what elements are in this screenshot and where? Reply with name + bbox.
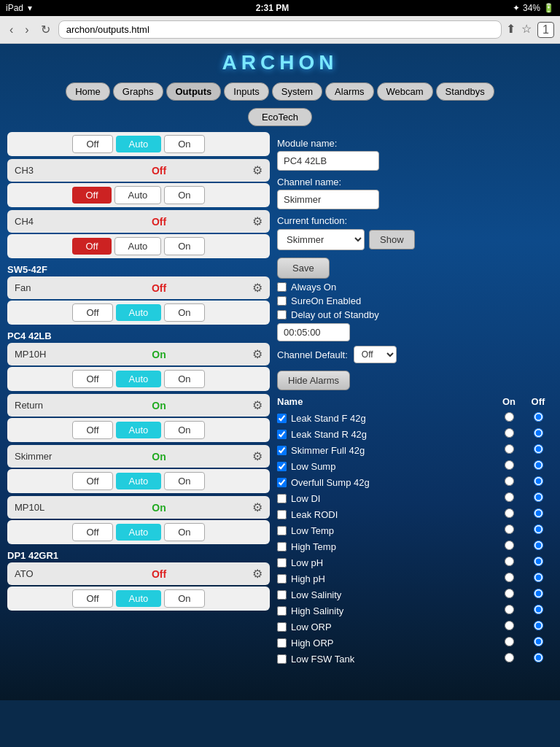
alarm-checkbox-0[interactable] xyxy=(277,414,287,423)
delay-standby-checkbox[interactable] xyxy=(277,310,287,320)
alarm-radio-off-12[interactable] xyxy=(534,605,543,614)
module-name-input[interactable] xyxy=(277,151,379,171)
auto-btn-skimmer[interactable]: Auto xyxy=(116,473,162,489)
alarm-checkbox-13[interactable] xyxy=(277,622,287,632)
alarm-radio-off-1[interactable] xyxy=(534,428,543,438)
auto-btn-return[interactable]: Auto xyxy=(116,422,162,438)
function-select[interactable]: Skimmer Return Fan Light Other xyxy=(277,229,365,250)
save-button[interactable]: Save xyxy=(277,258,330,279)
alarm-radio-on-0[interactable] xyxy=(505,412,514,422)
delay-time-input[interactable] xyxy=(277,323,350,341)
ch4-gear-icon[interactable]: ⚙ xyxy=(252,214,262,228)
nav-system[interactable]: System xyxy=(272,82,322,101)
mp10h-gear-icon[interactable]: ⚙ xyxy=(252,347,262,361)
alarm-radio-off-10[interactable] xyxy=(534,573,543,582)
show-button[interactable]: Show xyxy=(369,230,415,249)
nav-home[interactable]: Home xyxy=(66,82,110,101)
alarm-checkbox-1[interactable] xyxy=(277,430,287,439)
return-gear-icon[interactable]: ⚙ xyxy=(252,398,262,412)
off-btn-ch1[interactable]: Off xyxy=(72,135,112,153)
alarm-checkbox-8[interactable] xyxy=(277,542,287,551)
alarm-checkbox-15[interactable] xyxy=(277,654,287,664)
alarm-radio-on-14[interactable] xyxy=(505,637,514,646)
auto-btn-ch1[interactable]: Auto xyxy=(116,136,162,152)
ch3-gear-icon[interactable]: ⚙ xyxy=(252,163,262,177)
auto-btn-fan[interactable]: Auto xyxy=(116,304,162,321)
off-btn-skimmer[interactable]: Off xyxy=(72,472,112,490)
share-icon[interactable]: ⬆ xyxy=(506,22,516,38)
auto-btn-ch3[interactable]: Auto xyxy=(114,186,162,204)
alarm-radio-off-6[interactable] xyxy=(534,508,543,518)
alarm-radio-on-1[interactable] xyxy=(505,428,514,438)
mp10l-gear-icon[interactable]: ⚙ xyxy=(252,500,262,514)
on-btn-ch3[interactable]: On xyxy=(164,186,204,204)
bookmark-icon[interactable]: ☆ xyxy=(521,22,532,38)
off-btn-ato[interactable]: Off xyxy=(72,589,112,608)
off-btn-ch4[interactable]: Off xyxy=(72,238,111,255)
on-btn-fan[interactable]: On xyxy=(164,303,204,322)
alarm-radio-off-11[interactable] xyxy=(534,589,543,598)
alarm-radio-off-5[interactable] xyxy=(534,492,543,502)
off-btn-mp10l[interactable]: Off xyxy=(72,523,112,541)
nav-outputs[interactable]: Outputs xyxy=(166,82,222,101)
alarm-radio-on-10[interactable] xyxy=(505,573,514,582)
alarm-radio-off-2[interactable] xyxy=(534,444,543,454)
alarm-radio-on-7[interactable] xyxy=(505,525,514,534)
alarm-checkbox-14[interactable] xyxy=(277,638,287,648)
alarm-radio-off-4[interactable] xyxy=(534,476,543,486)
alarm-checkbox-10[interactable] xyxy=(277,574,287,584)
auto-btn-mp10l[interactable]: Auto xyxy=(116,524,162,541)
always-on-checkbox[interactable] xyxy=(277,282,287,292)
on-btn-return[interactable]: On xyxy=(164,421,204,439)
tab-count[interactable]: 1 xyxy=(537,22,554,38)
alarm-checkbox-2[interactable] xyxy=(277,446,287,455)
alarm-radio-on-5[interactable] xyxy=(505,492,514,502)
channel-name-input[interactable] xyxy=(277,190,379,209)
forward-button[interactable]: › xyxy=(21,22,32,38)
off-btn-return[interactable]: Off xyxy=(72,421,112,439)
off-btn-ch3[interactable]: Off xyxy=(72,187,111,204)
channel-default-select[interactable]: Off On Auto xyxy=(354,346,397,363)
alarm-radio-off-7[interactable] xyxy=(534,525,543,534)
off-btn-mp10h[interactable]: Off xyxy=(72,370,112,388)
alarm-checkbox-6[interactable] xyxy=(277,510,287,519)
on-btn-ato[interactable]: On xyxy=(164,589,204,608)
alarm-checkbox-4[interactable] xyxy=(277,478,287,487)
sureon-checkbox[interactable] xyxy=(277,296,287,306)
alarm-radio-off-8[interactable] xyxy=(534,541,543,550)
alarm-radio-on-15[interactable] xyxy=(505,653,514,662)
alarm-checkbox-3[interactable] xyxy=(277,462,287,471)
auto-btn-ato[interactable]: Auto xyxy=(116,590,162,607)
nav-graphs[interactable]: Graphs xyxy=(113,82,163,101)
fan-gear-icon[interactable]: ⚙ xyxy=(252,281,262,295)
hide-alarms-button[interactable]: Hide Alarms xyxy=(277,371,350,390)
alarm-radio-on-4[interactable] xyxy=(505,476,514,486)
back-button[interactable]: ‹ xyxy=(6,22,17,38)
nav-standbys[interactable]: Standbys xyxy=(436,82,494,101)
alarm-checkbox-7[interactable] xyxy=(277,526,287,535)
alarm-checkbox-12[interactable] xyxy=(277,606,287,616)
alarm-radio-on-13[interactable] xyxy=(505,621,514,630)
skimmer-gear-icon[interactable]: ⚙ xyxy=(252,449,262,463)
nav-alarms[interactable]: Alarms xyxy=(325,82,373,101)
off-btn-fan[interactable]: Off xyxy=(72,303,112,322)
alarm-radio-on-2[interactable] xyxy=(505,444,514,454)
url-input[interactable] xyxy=(58,20,502,39)
on-btn-ch4[interactable]: On xyxy=(164,237,204,255)
alarm-radio-on-11[interactable] xyxy=(505,589,514,598)
ecotech-button[interactable]: EcoTech xyxy=(248,108,312,126)
auto-btn-mp10h[interactable]: Auto xyxy=(116,371,162,387)
alarm-radio-off-14[interactable] xyxy=(534,637,543,646)
alarm-checkbox-9[interactable] xyxy=(277,558,287,568)
on-btn-mp10l[interactable]: On xyxy=(164,523,204,541)
alarm-radio-on-3[interactable] xyxy=(505,460,514,470)
alarm-radio-off-0[interactable] xyxy=(534,412,543,422)
alarm-radio-on-9[interactable] xyxy=(505,557,514,566)
refresh-button[interactable]: ↻ xyxy=(37,21,54,38)
alarm-radio-on-6[interactable] xyxy=(505,508,514,518)
ato-gear-icon[interactable]: ⚙ xyxy=(252,567,262,581)
on-btn-skimmer[interactable]: On xyxy=(164,472,204,490)
alarm-radio-on-12[interactable] xyxy=(505,605,514,614)
alarm-radio-off-9[interactable] xyxy=(534,557,543,566)
nav-webcam[interactable]: Webcam xyxy=(377,82,433,101)
